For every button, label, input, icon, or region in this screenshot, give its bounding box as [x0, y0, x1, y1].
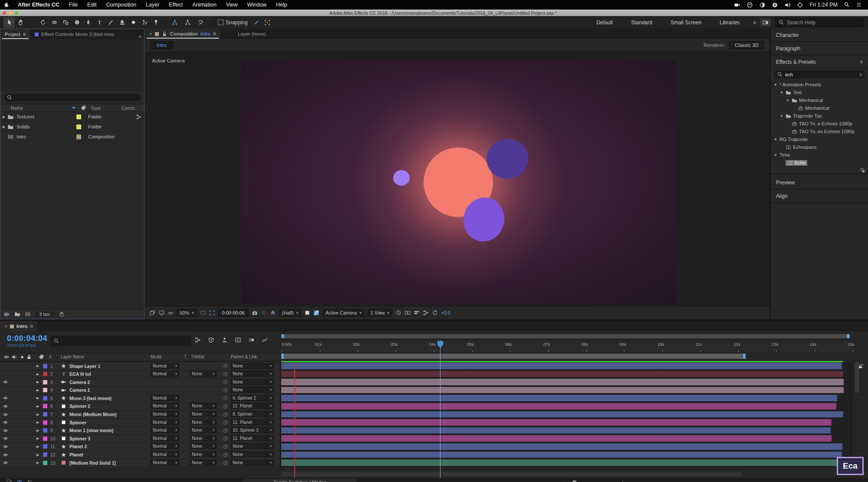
layer-audio-toggle[interactable]	[11, 411, 17, 417]
preview-timecode[interactable]: 0:00:00:06	[218, 309, 249, 317]
character-panel-header[interactable]: Character	[771, 29, 868, 42]
layer-name[interactable]: Moon 3 (fast moon)	[69, 395, 148, 401]
timeline-layer-row[interactable]: ▶8SpinnerNormal▾None▾12. Planet▾	[0, 419, 868, 427]
layer-visibility-toggle[interactable]	[3, 420, 10, 426]
panel-menu-icon[interactable]: ≡	[213, 31, 216, 37]
timeline-layer-row[interactable]: ▶7Moon (Medium Moon)Normal▾None▾8. Spinn…	[0, 411, 868, 419]
new-composition-icon[interactable]	[25, 311, 31, 317]
zoom-window-button[interactable]	[15, 11, 18, 15]
col-t[interactable]: T	[184, 354, 187, 359]
workspace-overflow[interactable]: »	[749, 20, 760, 26]
workspace-panel-button[interactable]	[760, 19, 771, 26]
time-ruler[interactable]: 0:00s01s02s03s04s05s06s07s08s09s10s11s12…	[281, 340, 852, 353]
layer-expand-arrow[interactable]: ▶	[36, 387, 41, 393]
fx-tree-item[interactable]: ▼* Animation Presets	[771, 81, 868, 89]
parent-pickwhip-icon[interactable]	[222, 395, 228, 401]
blend-mode-dropdown[interactable]: Normal▾	[151, 420, 179, 425]
menu-item-after-effects-cc[interactable]: After Effects CC	[13, 2, 64, 8]
parent-pickwhip-icon[interactable]	[222, 460, 228, 466]
timeline-button-icon[interactable]	[395, 310, 401, 316]
hand-tool[interactable]	[15, 17, 26, 28]
tab-composition-intro[interactable]: × Composition Intro ≡	[145, 29, 220, 39]
layer-expand-arrow[interactable]: ▶	[36, 363, 41, 369]
parent-pickwhip-icon[interactable]	[222, 363, 228, 369]
puppet-pin-tool[interactable]	[150, 17, 161, 28]
layer-duration-track[interactable]	[280, 394, 853, 402]
layer-label-chip[interactable]	[43, 363, 47, 369]
layer-name[interactable]: Camera 2	[69, 379, 148, 385]
layer-expand-arrow[interactable]: ▶	[36, 427, 41, 433]
blend-mode-dropdown[interactable]: Normal▾	[151, 427, 179, 433]
layer-solo-toggle[interactable]	[19, 387, 25, 393]
bone-tool[interactable]	[182, 17, 193, 28]
workspace-small-screen[interactable]: Small Screen	[661, 20, 710, 26]
mask-visibility-icon[interactable]	[168, 310, 174, 316]
view-layout-dropdown[interactable]: 1 View▾	[368, 309, 392, 317]
sort-arrow-icon[interactable]	[71, 105, 77, 111]
layer-solo-toggle[interactable]	[19, 403, 25, 409]
zoom-slider-knob[interactable]	[572, 480, 576, 482]
layer-label-chip[interactable]	[43, 420, 47, 426]
menu-item-animation[interactable]: Animation	[187, 2, 221, 8]
col-parent-link[interactable]: Parent & Link	[231, 354, 257, 359]
composition-image[interactable]	[241, 61, 676, 305]
parent-pickwhip-icon[interactable]	[222, 371, 228, 377]
layer-duration-track[interactable]	[280, 362, 853, 370]
panel-resize-icon[interactable]	[859, 167, 865, 173]
pan-behind-tool[interactable]	[60, 17, 71, 28]
blend-mode-dropdown[interactable]: Normal▾	[151, 395, 179, 401]
tab-effect-controls[interactable]: Effect Controls Moon 3 (fast moo	[30, 29, 118, 39]
label-color-chip[interactable]	[76, 125, 81, 129]
twirl-arrow-icon[interactable]: ▼	[779, 91, 784, 95]
layer-label-chip[interactable]	[43, 387, 47, 393]
resolution-dropdown[interactable]: (Half)▾	[279, 309, 301, 317]
preview-panel-header[interactable]: Preview	[771, 176, 868, 190]
fx-tree-item[interactable]: TAO Tri..e Echoes 1080p	[771, 120, 868, 128]
layer-duration-bar[interactable]	[281, 395, 838, 401]
menu-item-help[interactable]: Help	[271, 2, 292, 8]
horizontal-scrollbar[interactable]	[281, 472, 742, 476]
layer-audio-toggle[interactable]	[11, 436, 17, 442]
zoom-out-icon[interactable]: ▲	[562, 481, 566, 482]
layer-solo-toggle[interactable]	[19, 436, 25, 442]
volume-icon[interactable]	[784, 2, 791, 8]
tabs-overflow[interactable]: »	[136, 33, 144, 39]
menubar-clock[interactable]: Fri 1:24 PM	[809, 2, 838, 8]
pixel-aspect-icon[interactable]	[404, 310, 411, 316]
close-tab[interactable]: ×	[4, 324, 7, 329]
layer-duration-bar[interactable]	[281, 363, 842, 369]
tab-layer[interactable]: Layer (none)	[233, 29, 270, 39]
timeline-layer-row[interactable]: ▶3Camera 2None▾	[0, 378, 868, 387]
parent-link-dropdown[interactable]: 10. Spinner 3▾	[230, 427, 274, 433]
layer-duration-track[interactable]	[280, 403, 853, 410]
snapping-checkbox[interactable]	[218, 20, 224, 25]
layer-lock-toggle[interactable]	[26, 387, 32, 393]
layer-audio-toggle[interactable]	[11, 443, 17, 449]
show-snapshot-icon[interactable]	[261, 310, 267, 316]
blend-mode-dropdown[interactable]: Normal▾	[151, 452, 179, 457]
layer-expand-arrow[interactable]: ▶	[36, 443, 41, 449]
blend-mode-dropdown[interactable]: Normal▾	[151, 411, 179, 417]
layer-audio-toggle[interactable]	[11, 420, 17, 426]
layer-solo-toggle[interactable]	[19, 379, 25, 385]
layer-solo-toggle[interactable]	[19, 371, 25, 377]
navigator-start-handle[interactable]	[281, 334, 284, 338]
menu-item-layer[interactable]: Layer	[141, 2, 164, 8]
layer-audio-toggle[interactable]	[11, 403, 17, 409]
help-search-box[interactable]: Search Help	[775, 18, 864, 27]
tab-project[interactable]: Project≡	[0, 29, 30, 39]
delete-icon[interactable]	[59, 311, 65, 317]
frame-blending-icon[interactable]	[235, 337, 241, 343]
parent-link-dropdown[interactable]: 12. Planet▾	[230, 420, 274, 425]
col-name[interactable]: Name	[11, 105, 23, 111]
project-row-solids[interactable]: ▶SolidsFolder	[0, 122, 144, 132]
project-row-textures[interactable]: ▶TexturesFolder	[0, 112, 144, 122]
layer-visibility-toggle[interactable]	[3, 379, 10, 385]
layer-expand-arrow[interactable]: ▶	[36, 436, 41, 442]
solo-column-icon[interactable]	[19, 354, 25, 360]
layer-lock-toggle[interactable]	[26, 460, 32, 466]
pause-status-icon[interactable]	[772, 2, 778, 8]
roto-brush-tool[interactable]	[139, 17, 150, 28]
fx-tree-item[interactable]: 32Echo	[771, 159, 868, 167]
tab-timeline-intro[interactable]: × Intro ≡	[0, 321, 37, 331]
